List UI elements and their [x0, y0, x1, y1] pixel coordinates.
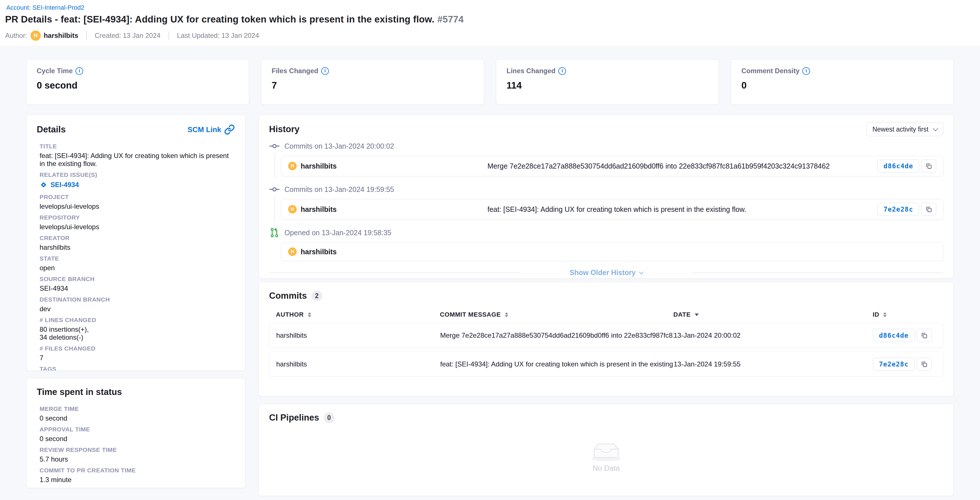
- column-header-date[interactable]: DATE: [673, 311, 873, 318]
- field-label: RELATED ISSUE(S): [40, 171, 235, 178]
- field-label: TITLE: [40, 143, 235, 150]
- field-tags: TAGS: [40, 365, 235, 371]
- chevron-down-icon: [639, 270, 643, 274]
- history-sort-value: Newest activity first: [872, 126, 929, 133]
- field-approval-time: APPROVAL TIME 0 second: [40, 426, 235, 443]
- field-label: REPOSITORY: [40, 214, 235, 221]
- history-heading: History: [269, 124, 299, 134]
- git-commit-icon: [269, 141, 280, 151]
- history-commit-card: H harshilbits feat: [SEI-4934]: Adding U…: [281, 199, 943, 220]
- show-older-history-label: Show Older History: [570, 269, 636, 277]
- field-value: feat: [SEI-4934]: Adding UX for creating…: [40, 152, 235, 168]
- commit-hash-button[interactable]: d86c4de: [873, 329, 915, 342]
- column-label: COMMIT MESSAGE: [440, 311, 501, 318]
- scm-link[interactable]: SCM Link: [188, 124, 235, 135]
- info-icon[interactable]: i: [321, 67, 329, 75]
- last-updated-date: Last Updated: 13 Jan 2024: [177, 32, 259, 40]
- field-files-changed: # FILES CHANGED 7: [40, 345, 235, 362]
- metric-label: Comment Density: [741, 67, 800, 75]
- sort-carets-icon: [505, 312, 508, 317]
- field-destination-branch: DESTINATION BRANCH dev: [40, 296, 235, 313]
- field-value: open: [40, 264, 235, 272]
- pr-title-text: PR Details - feat: [SEI-4934]: Adding UX…: [5, 14, 434, 24]
- field-label: CREATOR: [40, 234, 235, 242]
- field-related-issues: RELATED ISSUE(S) SEI-4934: [40, 171, 235, 190]
- commits-heading: Commits: [269, 291, 307, 301]
- commit-hash-button[interactable]: 7e2e28c: [873, 358, 915, 371]
- page-title: PR Details - feat: [SEI-4934]: Adding UX…: [5, 14, 972, 25]
- field-value: levelops/ui-levelops: [40, 223, 235, 231]
- field-value: harshilbits: [40, 244, 235, 252]
- link-icon: [224, 124, 235, 135]
- column-label: DATE: [673, 311, 691, 318]
- column-header-id[interactable]: ID: [873, 311, 936, 318]
- details-heading: Details: [37, 124, 66, 135]
- commit-table-row: harshilbits Merge 7e2e28ce17a27a888e5307…: [269, 323, 943, 348]
- author-initial: H: [34, 32, 38, 39]
- sort-carets-icon: [883, 312, 887, 317]
- pr-meta-line: Author: H harshilbits Created: 13 Jan 20…: [5, 30, 972, 41]
- ci-pipelines-heading: CI Pipelines: [269, 412, 319, 423]
- copy-hash-button[interactable]: [917, 329, 932, 342]
- field-label: APPROVAL TIME: [40, 426, 235, 433]
- show-older-history-button[interactable]: Show Older History: [570, 269, 643, 277]
- column-label: ID: [873, 311, 879, 318]
- commit-message-cell: Merge 7e2e28ce17a27a888e530754dd6ad21609…: [440, 331, 674, 339]
- field-value: 5.7 hours: [40, 455, 235, 463]
- commit-hash-button[interactable]: 7e2e28c: [878, 203, 919, 216]
- metric-label: Lines Changed: [506, 67, 555, 75]
- history-entry: Commits on 13-Jan-2024 19:59:55 H harshi…: [269, 184, 943, 220]
- field-merge-time: MERGE TIME 0 second: [40, 405, 235, 422]
- field-value: 0 second: [40, 414, 235, 422]
- field-commit-to-pr-time: COMMIT TO PR CREATION TIME 1.3 minute: [40, 467, 235, 484]
- info-icon[interactable]: i: [802, 67, 810, 75]
- account-breadcrumb-link[interactable]: Account: SEI-Internal-Prod2: [6, 4, 84, 11]
- ci-pipelines-panel: CI Pipelines 0 No Data: [259, 404, 954, 496]
- commit-table-row: harshilbits feat: [SEI-4934]: Adding UX …: [269, 352, 943, 377]
- history-commit-message: Merge 7e2e28ce17a27a888e530754dd6ad21609…: [487, 162, 871, 170]
- field-label: PROJECT: [40, 193, 235, 201]
- history-entry-label: Commits on 13-Jan-2024 20:00:02: [285, 142, 394, 150]
- no-data-placeholder: No Data: [269, 424, 943, 488]
- column-header-commit-message[interactable]: COMMIT MESSAGE: [440, 311, 673, 318]
- history-author: harshilbits: [301, 248, 337, 256]
- column-header-author[interactable]: AUTHOR: [276, 311, 440, 318]
- history-author: harshilbits: [301, 205, 337, 213]
- commit-hash-button[interactable]: d86c4de: [878, 159, 919, 172]
- details-panel: Details SCM Link TITLE feat: [SEI-4934]:…: [26, 115, 245, 371]
- git-commit-icon: [269, 184, 280, 195]
- history-entry: Commits on 13-Jan-2024 20:00:02 H harshi…: [269, 140, 943, 176]
- commit-message-cell: feat: [SEI-4934]: Adding UX for creating…: [440, 360, 674, 368]
- history-divider: Show Older History: [269, 269, 943, 277]
- info-icon[interactable]: i: [558, 67, 566, 75]
- related-issue-link[interactable]: SEI-4934: [40, 180, 79, 189]
- metric-card-files-changed: Files Changedi 7: [261, 59, 484, 105]
- author-avatar: H: [30, 30, 41, 41]
- sort-descending-icon: [695, 314, 699, 316]
- copy-hash-button[interactable]: [921, 159, 936, 172]
- field-project: PROJECT levelops/ui-levelops: [40, 193, 235, 210]
- history-entry-opened: Opened on 13-Jan-2024 19:58:35 H harshil…: [269, 227, 943, 261]
- metric-card-lines-changed: Lines Changedi 114: [496, 59, 719, 105]
- time-spent-panel: Time spent in status MERGE TIME 0 second…: [26, 378, 245, 488]
- field-value: levelops/ui-levelops: [40, 202, 235, 210]
- copy-hash-button[interactable]: [917, 358, 932, 371]
- commit-author-cell: harshilbits: [276, 360, 440, 368]
- field-label: REVIEW RESPONSE TIME: [40, 446, 235, 454]
- commit-date-cell: 13-Jan-2024 20:00:02: [674, 331, 873, 339]
- metric-label: Files Changed: [272, 67, 318, 75]
- created-date: Created: 13 Jan 2024: [95, 32, 161, 40]
- pr-number: #5774: [438, 14, 464, 24]
- field-label: # LINES CHANGED: [40, 316, 235, 324]
- metric-value: 0 second: [37, 80, 239, 91]
- copy-icon: [921, 360, 928, 368]
- field-state: STATE open: [40, 255, 235, 272]
- history-sort-dropdown[interactable]: Newest activity first: [866, 123, 943, 136]
- info-icon[interactable]: i: [75, 67, 83, 75]
- metric-value: 7: [272, 80, 474, 91]
- copy-hash-button[interactable]: [921, 203, 936, 216]
- commit-date-cell: 13-Jan-2024 19:59:55: [674, 360, 873, 368]
- field-label: TAGS: [40, 365, 235, 371]
- field-value: 0 second: [40, 435, 235, 443]
- user-avatar: H: [288, 162, 297, 170]
